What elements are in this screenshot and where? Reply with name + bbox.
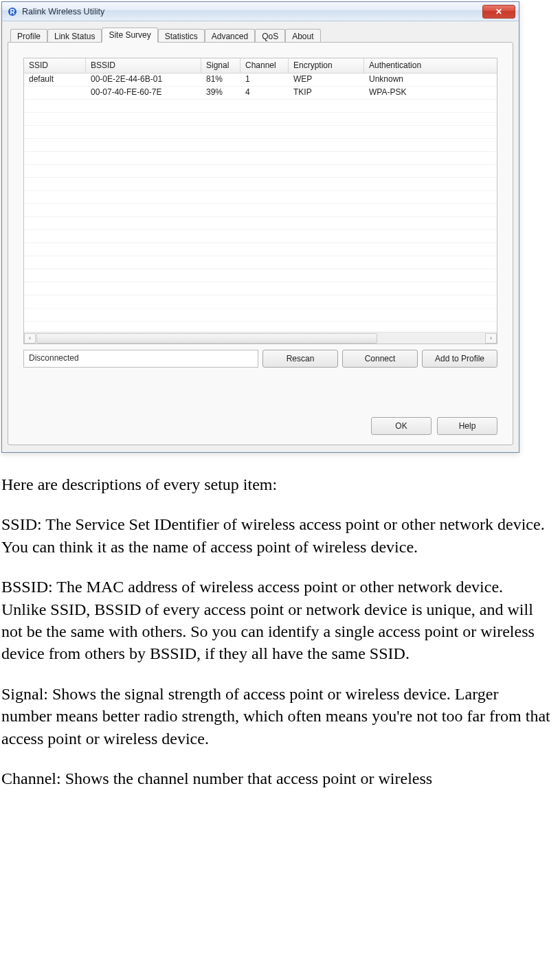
cell-ssid <box>24 87 86 99</box>
table-row[interactable] <box>24 204 497 217</box>
horizontal-scrollbar[interactable]: ‹ › <box>24 332 497 344</box>
cell-encryption: WEP <box>289 74 364 86</box>
add-to-profile-button[interactable]: Add to Profile <box>422 350 497 368</box>
table-row[interactable] <box>24 113 497 126</box>
table-row[interactable] <box>24 100 497 113</box>
table-row[interactable]: 00-07-40-FE-60-7E 39% 4 TKIP WPA-PSK <box>24 87 497 100</box>
titlebar[interactable]: R Ralink Wireless Utility ✕ <box>2 2 519 21</box>
window-client: Profile Link Status Site Survey Statisti… <box>2 21 519 452</box>
tab-profile[interactable]: Profile <box>10 29 47 43</box>
window-title: Ralink Wireless Utility <box>22 7 482 16</box>
scroll-track[interactable] <box>36 333 484 344</box>
cell-auth: Unknown <box>364 74 497 86</box>
scroll-right-button[interactable]: › <box>485 333 497 344</box>
col-header-ssid[interactable]: SSID <box>24 58 86 73</box>
table-row[interactable] <box>24 217 497 230</box>
cell-bssid: 00-07-40-FE-60-7E <box>86 87 201 99</box>
col-header-channel[interactable]: Channel <box>240 58 289 73</box>
doc-paragraph: SSID: The Service Set IDentifier of wire… <box>1 513 551 558</box>
table-row[interactable] <box>24 269 497 282</box>
table-row[interactable] <box>24 256 497 269</box>
grid-body[interactable]: default 00-0E-2E-44-6B-01 81% 1 WEP Unkn… <box>24 74 497 332</box>
table-row[interactable] <box>24 243 497 256</box>
app-icon: R <box>7 6 18 17</box>
grid-header-row: SSID BSSID Signal Channel Encryption Aut… <box>24 58 497 74</box>
cell-auth: WPA-PSK <box>364 87 497 99</box>
status-row: Disconnected Rescan Connect Add to Profi… <box>23 350 497 368</box>
tab-statistics[interactable]: Statistics <box>158 29 205 43</box>
cell-encryption: TKIP <box>289 87 364 99</box>
chevron-left-icon: ‹ <box>29 335 31 341</box>
cell-channel: 1 <box>240 74 289 86</box>
table-row[interactable] <box>24 126 497 139</box>
cell-ssid: default <box>24 74 86 86</box>
tab-link-status[interactable]: Link Status <box>47 29 102 43</box>
table-row[interactable] <box>24 165 497 178</box>
doc-paragraph: Channel: Shows the channel number that a… <box>1 767 551 789</box>
tab-panel-site-survey: SSID BSSID Signal Channel Encryption Aut… <box>8 42 513 445</box>
table-row[interactable] <box>24 295 497 308</box>
chevron-right-icon: › <box>490 335 492 341</box>
networks-grid: SSID BSSID Signal Channel Encryption Aut… <box>23 58 497 344</box>
table-row[interactable]: default 00-0E-2E-44-6B-01 81% 1 WEP Unkn… <box>24 74 497 87</box>
cell-signal: 81% <box>201 74 240 86</box>
svg-text:R: R <box>10 8 15 16</box>
scroll-left-button[interactable]: ‹ <box>24 333 36 344</box>
table-row[interactable] <box>24 191 497 204</box>
table-row[interactable] <box>24 230 497 243</box>
doc-paragraph: Here are descriptions of every setup ite… <box>1 473 551 495</box>
cell-signal: 39% <box>201 87 240 99</box>
tabstrip: Profile Link Status Site Survey Statisti… <box>8 25 513 42</box>
dialog-footer: OK Help <box>23 417 497 435</box>
tab-about[interactable]: About <box>285 29 320 43</box>
table-row[interactable] <box>24 139 497 152</box>
close-icon: ✕ <box>495 7 502 16</box>
close-button[interactable]: ✕ <box>482 5 515 19</box>
rescan-button[interactable]: Rescan <box>262 350 338 368</box>
col-header-signal[interactable]: Signal <box>201 58 240 73</box>
table-row[interactable] <box>24 282 497 295</box>
doc-paragraph: BSSID: The MAC address of wireless acces… <box>1 576 551 665</box>
help-button[interactable]: Help <box>437 417 497 435</box>
col-header-auth[interactable]: Authentication <box>364 58 497 73</box>
tab-advanced[interactable]: Advanced <box>205 29 255 43</box>
connect-button[interactable]: Connect <box>342 350 418 368</box>
ok-button[interactable]: OK <box>371 417 432 435</box>
table-row[interactable] <box>24 152 497 165</box>
description-text: Here are descriptions of every setup ite… <box>1 473 551 789</box>
col-header-bssid[interactable]: BSSID <box>86 58 201 73</box>
doc-paragraph: Signal: Shows the signal strength of acc… <box>1 683 551 750</box>
table-row[interactable] <box>24 308 497 322</box>
connection-status: Disconnected <box>23 350 258 368</box>
ralink-window: R Ralink Wireless Utility ✕ Profile Link… <box>1 1 519 453</box>
table-row[interactable] <box>24 178 497 191</box>
tab-qos[interactable]: QoS <box>255 29 285 43</box>
cell-bssid: 00-0E-2E-44-6B-01 <box>86 74 201 86</box>
table-row[interactable] <box>24 322 497 332</box>
cell-channel: 4 <box>240 87 289 99</box>
tab-site-survey[interactable]: Site Survey <box>102 27 157 43</box>
col-header-encryption[interactable]: Encryption <box>289 58 364 73</box>
scroll-thumb[interactable] <box>36 333 377 344</box>
